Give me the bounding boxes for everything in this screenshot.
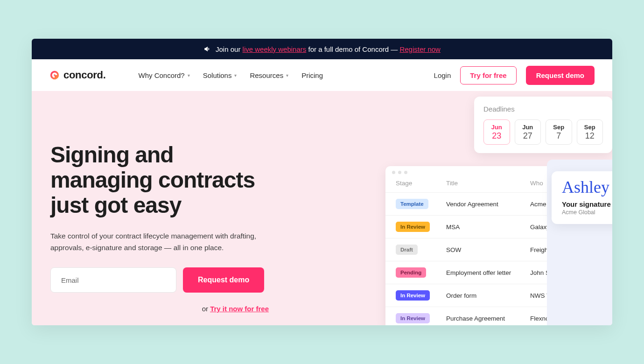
nav-item[interactable]: Solutions▾: [203, 71, 237, 79]
main-nav: Why Concord?▾Solutions▾Resources▾Pricing: [139, 71, 323, 79]
row-title: SOW: [446, 246, 530, 253]
deadline-chip[interactable]: Sep7: [546, 119, 572, 145]
nav-item-label: Resources: [250, 71, 283, 79]
nav-item-label: Why Concord?: [139, 71, 185, 79]
deadline-month: Jun: [491, 124, 502, 131]
deadlines-card: Deadlines Jun23Jun27Sep7Sep12: [474, 97, 612, 153]
status-badge: In Review: [396, 313, 430, 323]
hero-copy: Signing and managing contracts just got …: [50, 142, 274, 313]
try-free-line: or Try it now for free: [50, 305, 269, 313]
hero-preview-cluster: Deadlines Jun23Jun27Sep7Sep12 Stage Titl…: [385, 97, 612, 325]
main-header: concord. Why Concord?▾Solutions▾Resource…: [32, 59, 612, 91]
signature-script: Ashley: [562, 179, 612, 196]
hero-subtitle: Take control of your contract lifecycle …: [50, 231, 265, 253]
webinars-link[interactable]: live weekly webinars: [243, 45, 307, 53]
deadline-month: Sep: [553, 124, 564, 131]
try-free-link[interactable]: Try it now for free: [210, 305, 269, 313]
row-title: MSA: [446, 224, 530, 231]
nav-item-label: Pricing: [301, 71, 323, 79]
try-free-button[interactable]: Try for free: [460, 66, 516, 84]
nav-item[interactable]: Why Concord?▾: [139, 71, 190, 79]
deadline-chip[interactable]: Jun23: [483, 119, 510, 145]
deadline-month: Sep: [584, 124, 595, 131]
status-badge: Pending: [396, 267, 426, 278]
login-link[interactable]: Login: [434, 71, 451, 79]
signature-label: Your signature: [562, 200, 612, 208]
status-badge: Draft: [396, 245, 418, 255]
status-badge: Template: [396, 199, 428, 209]
signature-card: Ashley Your signature Acme Global: [552, 171, 612, 224]
row-title: Employment offer letter: [446, 269, 530, 276]
banner-text: Join our live weekly webinars for a full…: [216, 45, 441, 53]
nav-item[interactable]: Pricing: [301, 71, 323, 79]
hero-demo-button[interactable]: Request demo: [183, 267, 264, 293]
hero-form: Request demo: [50, 267, 274, 293]
status-badge: In Review: [396, 222, 430, 232]
page-viewport: Join our live weekly webinars for a full…: [32, 39, 612, 325]
row-title: Purchase Agreement: [446, 315, 530, 322]
deadlines-title: Deadlines: [483, 105, 603, 113]
deadline-chip[interactable]: Jun27: [515, 119, 541, 145]
deadlines-date-row: Jun23Jun27Sep7Sep12: [483, 119, 603, 145]
col-stage: Stage: [396, 180, 446, 187]
status-badge: In Review: [396, 290, 430, 301]
brand-logo[interactable]: concord.: [49, 69, 106, 81]
deadline-month: Jun: [522, 124, 533, 131]
email-field[interactable]: [50, 267, 176, 293]
chevron-down-icon: ▾: [188, 73, 190, 78]
logo-icon: [49, 70, 60, 80]
nav-item[interactable]: Resources▾: [250, 71, 288, 79]
col-title: Title: [446, 180, 530, 187]
chevron-down-icon: ▾: [286, 73, 288, 78]
row-title: Vendor Agreement: [446, 201, 530, 208]
deadline-chip[interactable]: Sep12: [577, 119, 603, 145]
row-title: Order form: [446, 292, 530, 299]
deadline-day: 12: [585, 131, 595, 141]
request-demo-button[interactable]: Request demo: [526, 66, 595, 85]
megaphone-icon: [203, 45, 212, 53]
hero-title: Signing and managing contracts just got …: [50, 142, 274, 217]
announcement-banner: Join our live weekly webinars for a full…: [32, 39, 612, 59]
signature-company: Acme Global: [562, 209, 612, 216]
nav-item-label: Solutions: [203, 71, 232, 79]
header-actions: Login Try for free Request demo: [434, 66, 595, 85]
deadline-day: 23: [492, 131, 501, 141]
chevron-down-icon: ▾: [234, 73, 237, 78]
hero-section: Signing and managing contracts just got …: [32, 91, 612, 325]
brand-name: concord.: [63, 69, 106, 81]
register-now-link[interactable]: Register now: [399, 45, 441, 53]
deadline-day: 27: [523, 131, 532, 141]
deadline-day: 7: [556, 131, 561, 141]
